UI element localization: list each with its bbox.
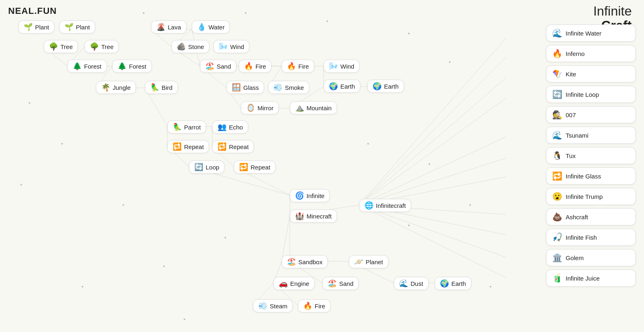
node-label: Minecraft bbox=[306, 213, 332, 220]
craft-node-earth1[interactable]: 🌍Earth bbox=[324, 80, 360, 93]
craft-node-infinite[interactable]: 🌀Infinite bbox=[290, 189, 330, 202]
sidebar-icon: 🏛️ bbox=[552, 253, 562, 263]
node-label: Earth bbox=[384, 83, 399, 90]
node-label: Mountain bbox=[306, 105, 332, 111]
sidebar-icon: 🔁 bbox=[552, 171, 562, 181]
node-icon: 🌍 bbox=[329, 82, 338, 90]
sidebar-item-inf-glass[interactable]: 🔁Infinite Glass bbox=[546, 167, 636, 185]
node-label: Wind bbox=[340, 63, 354, 70]
sidebar-item-inf-trump[interactable]: 😮Infinite Trump bbox=[546, 188, 636, 205]
craft-node-loop[interactable]: 🔄Loop bbox=[189, 160, 224, 174]
craft-node-tree1[interactable]: 🌳Tree bbox=[44, 40, 78, 53]
sidebar-item-inf-fish[interactable]: 🎣Infinite Fish bbox=[546, 229, 636, 246]
craft-node-sand1[interactable]: 🏖️Sand bbox=[200, 60, 236, 73]
craft-node-fire3[interactable]: 🔥Fire bbox=[298, 299, 331, 312]
craft-node-fire1[interactable]: 🔥Fire bbox=[239, 60, 271, 73]
node-label: Repeat bbox=[251, 164, 270, 171]
craft-node-sand2[interactable]: 🏖️Sand bbox=[322, 277, 359, 290]
decorative-dot bbox=[29, 102, 30, 104]
sidebar-item-007[interactable]: 🕵️007 bbox=[546, 106, 636, 123]
craft-node-repeat2[interactable]: 🔁Repeat bbox=[212, 140, 254, 153]
craft-node-engine[interactable]: 🚗Engine bbox=[273, 277, 315, 290]
sidebar-item-inf-juice[interactable]: 🧃Infinite Juice bbox=[546, 270, 636, 287]
craft-node-smoke[interactable]: 💨Smoke bbox=[268, 81, 309, 94]
sidebar-item-golem[interactable]: 🏛️Golem bbox=[546, 249, 636, 266]
craft-node-mountain[interactable]: ⛰️Mountain bbox=[290, 101, 337, 114]
sidebar-item-inf-loop[interactable]: 🔄Infinite Loop bbox=[546, 86, 636, 103]
craft-node-glass[interactable]: 🪟Glass bbox=[227, 81, 264, 94]
node-label: Stone bbox=[188, 43, 204, 50]
craft-node-mirror[interactable]: 🪞Mirror bbox=[241, 101, 279, 114]
node-icon: 🔥 bbox=[244, 62, 253, 70]
craft-node-lava[interactable]: 🌋Lava bbox=[151, 20, 187, 33]
sidebar-item-inferno[interactable]: 🔥Inferno bbox=[546, 45, 636, 62]
node-icon: 🪟 bbox=[232, 84, 241, 91]
node-icon: 🔁 bbox=[173, 143, 182, 150]
node-label: Earth bbox=[451, 280, 466, 287]
sidebar-item-inf-water[interactable]: 🌊Infinite Water bbox=[546, 25, 636, 42]
node-label: Earth bbox=[340, 83, 355, 90]
craft-node-echo[interactable]: 👥Echo bbox=[212, 120, 248, 134]
node-icon: 🌍 bbox=[440, 280, 449, 287]
sidebar-icon: 🔥 bbox=[552, 49, 562, 58]
node-icon: 🪨 bbox=[177, 43, 186, 50]
craft-node-wind2[interactable]: 🌬️Wind bbox=[324, 60, 360, 73]
node-label: Plant bbox=[76, 24, 90, 31]
craft-node-wind1[interactable]: 🌬️Wind bbox=[213, 40, 249, 53]
node-label: Plant bbox=[35, 24, 49, 31]
craft-node-bird[interactable]: 🦜Bird bbox=[145, 81, 178, 94]
decorative-dot bbox=[490, 286, 491, 287]
decorative-dot bbox=[184, 319, 185, 320]
craft-node-earth2[interactable]: 🌍Earth bbox=[367, 80, 404, 93]
node-label: Loop bbox=[206, 164, 219, 171]
svg-line-43 bbox=[359, 98, 506, 205]
sidebar-item-kite[interactable]: 🪁Kite bbox=[546, 65, 636, 82]
node-label: Sand bbox=[217, 63, 231, 70]
sidebar-item-tux[interactable]: 🐧Tux bbox=[546, 147, 636, 164]
node-label: Infinitecraft bbox=[376, 202, 406, 209]
craft-node-plant2[interactable]: 🌱Plant bbox=[59, 20, 95, 33]
node-icon: 🌍 bbox=[373, 82, 382, 90]
craft-node-sandbox[interactable]: 🏖️Sandbox bbox=[282, 255, 328, 268]
svg-line-49 bbox=[359, 205, 506, 257]
node-icon: 🌋 bbox=[156, 23, 165, 31]
craft-node-parrot[interactable]: 🦜Parrot bbox=[167, 120, 206, 134]
node-icon: 🏖️ bbox=[205, 62, 214, 70]
node-icon: 🌱 bbox=[64, 23, 73, 31]
craft-node-planet[interactable]: 🪐Planet bbox=[349, 255, 389, 268]
craft-node-tree2[interactable]: 🌳Tree bbox=[84, 40, 119, 53]
sidebar-icon: 🌊 bbox=[552, 28, 562, 38]
craft-node-plant1[interactable]: 🌱Plant bbox=[18, 20, 54, 33]
sidebar-item-ashcraft[interactable]: 💩Ashcraft bbox=[546, 208, 636, 225]
node-icon: 🏰 bbox=[295, 212, 304, 220]
node-label: Tree bbox=[60, 43, 73, 50]
craft-node-water[interactable]: 💧Water bbox=[192, 20, 230, 33]
node-icon: 🔄 bbox=[194, 163, 203, 171]
svg-line-45 bbox=[359, 158, 506, 205]
craft-node-steam[interactable]: 💨Steam bbox=[253, 299, 293, 312]
craft-node-fire2[interactable]: 🔥Fire bbox=[282, 60, 314, 73]
sidebar-item-tsunami[interactable]: 🌊Tsunami bbox=[546, 127, 636, 144]
craft-node-dust[interactable]: 🌊Dust bbox=[394, 277, 429, 290]
craft-node-earth3[interactable]: 🌍Earth bbox=[435, 277, 471, 290]
craft-node-jungle[interactable]: 🌴Jungle bbox=[96, 81, 136, 94]
sidebar-label: Tsunami bbox=[566, 132, 588, 139]
node-label: Sand bbox=[339, 280, 353, 287]
node-icon: 🦜 bbox=[150, 84, 159, 91]
node-icon: 🏖️ bbox=[328, 280, 337, 287]
craft-node-infinitecraft[interactable]: 🌐Infinitecraft bbox=[359, 199, 411, 212]
sidebar-icon: 🌊 bbox=[552, 130, 562, 140]
craft-node-minecraft[interactable]: 🏰Minecraft bbox=[290, 209, 337, 223]
craft-node-forest1[interactable]: 🌲Forest bbox=[67, 60, 107, 73]
craft-node-repeat1[interactable]: 🔁Repeat bbox=[167, 140, 209, 153]
craft-node-forest2[interactable]: 🌲Forest bbox=[112, 60, 152, 73]
craft-node-repeat3[interactable]: 🔁Repeat bbox=[234, 160, 275, 174]
sidebar-icon: 🪁 bbox=[552, 69, 562, 79]
sidebar-label: Ashcraft bbox=[566, 214, 588, 221]
sidebar-label: Golem bbox=[566, 254, 584, 261]
node-label: Infinite bbox=[306, 192, 324, 199]
decorative-dot bbox=[163, 265, 165, 267]
craft-node-stone[interactable]: 🪨Stone bbox=[171, 40, 209, 53]
sidebar-label: Infinite Water bbox=[566, 30, 602, 37]
node-icon: 💨 bbox=[273, 84, 282, 91]
